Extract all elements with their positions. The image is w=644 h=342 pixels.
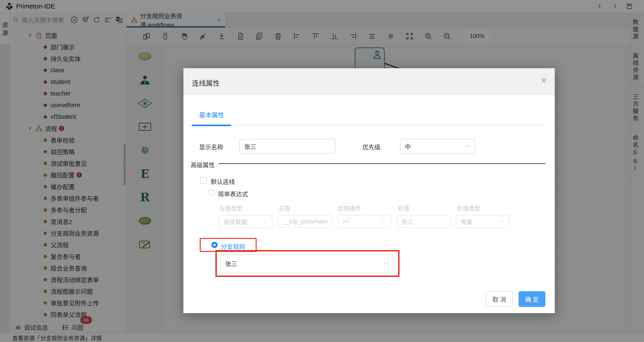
chevron-down-icon [380,218,386,224]
chevron-down-icon [382,260,388,266]
advanced-section-label: 高级属性 [190,160,215,169]
simple-expression-radio[interactable] [208,189,214,195]
right-type-select[interactable]: 常量 [456,215,510,228]
dialog-title: 连线属性 [192,78,220,88]
chevron-down-icon [499,218,505,224]
right-value-text: 张三 [402,218,413,226]
active-tab-underline [192,124,231,126]
chevron-down-icon [262,218,268,224]
tab-basic-properties[interactable]: 基本属性 [199,110,224,119]
branch-rule-value: 张三 [225,259,237,268]
chevron-down-icon [464,144,470,149]
cancel-button[interactable]: 取 消 [486,291,513,307]
tab-divider [192,125,545,126]
priority-label: 优先级 [362,142,380,151]
left-value-input[interactable]: __bfp_entity/nam [278,215,332,228]
simple-expression-label: 简单表达式 [218,190,248,198]
branch-rule-radio[interactable] [212,242,218,248]
default-line-checkbox[interactable] [200,177,207,184]
left-value-label: 左值 [278,204,290,212]
close-icon[interactable]: × [541,76,547,85]
compare-op-value: == [342,218,349,225]
compare-op-select[interactable]: == [337,215,391,228]
default-line-label: 默认连线 [211,177,235,186]
ok-button[interactable]: 确 定 [518,291,545,307]
advanced-section-divider [219,163,545,164]
compare-op-label: 比较操作 [338,204,361,212]
left-value-text: __bfp_entity/nam [283,218,328,225]
line-properties-dialog: 连线属性 × 基本属性 显示名称 优先级 中 高级属性 默认连线 简单表达式 左… [184,68,555,313]
display-name-label: 显示名称 [199,142,223,151]
dialog-header: 连线属性 × [184,68,555,95]
right-value-label: 右值 [398,204,409,212]
priority-select[interactable]: 中 [400,139,475,154]
right-type-label: 右值类型 [457,204,480,212]
left-type-select[interactable]: 相关数据 [219,215,272,228]
display-name-input[interactable] [239,139,336,154]
right-type-value: 常量 [461,218,472,226]
branch-rule-select[interactable]: 张三 [220,254,393,272]
left-type-value: 相关数据 [224,218,247,226]
left-type-label: 左值类型 [219,204,242,212]
priority-value: 中 [405,142,411,151]
right-value-input[interactable]: 张三 [396,215,450,228]
branch-rule-label: 分支规则 [221,242,245,251]
app-window: Primeton-IDE 资源 输入关键字搜索 AI En文 ▾页面部门展示持久… [0,0,644,342]
